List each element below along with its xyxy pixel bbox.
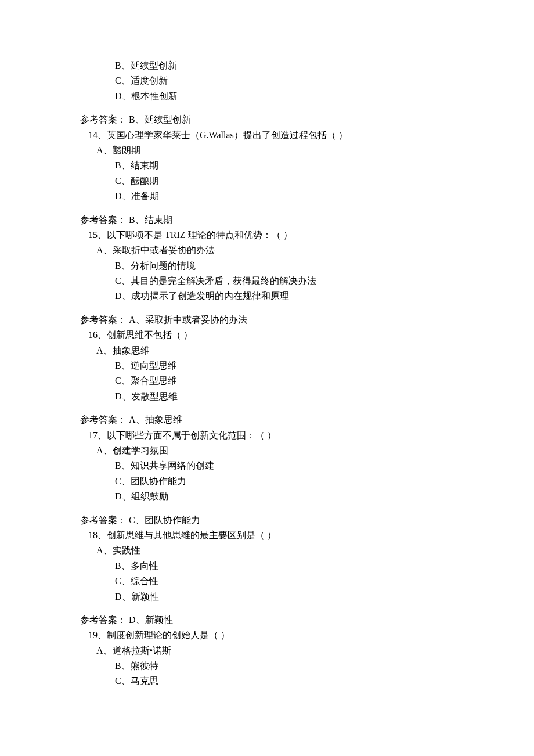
doc-line: 15、以下哪项不是 TRIZ 理论的特点和优势：（ ） [80, 228, 488, 243]
doc-line [80, 604, 488, 613]
doc-line: C、马克思 [80, 674, 488, 689]
doc-line [80, 104, 488, 112]
doc-line: D、准备期 [80, 189, 488, 204]
doc-line: 参考答案： B、结束期 [80, 213, 488, 228]
doc-line: 参考答案： C、团队协作能力 [80, 513, 488, 528]
doc-line: A、抽象思维 [80, 343, 488, 358]
doc-line: D、组织鼓励 [80, 489, 488, 504]
doc-line: C、酝酿期 [80, 174, 488, 189]
doc-line: C、聚合型思维 [80, 373, 488, 388]
doc-line: 17、以下哪些方面不属于创新文化范围：（ ） [80, 428, 488, 443]
doc-line: 18、创新思维与其他思维的最主要区别是（ ） [80, 528, 488, 543]
doc-line [80, 505, 488, 513]
doc-line: B、逆向型思维 [80, 358, 488, 373]
doc-line: 19、制度创新理论的创始人是（ ） [80, 628, 488, 643]
doc-line: D、成功揭示了创造发明的内在规律和原理 [80, 289, 488, 304]
doc-line: A、实践性 [80, 543, 488, 558]
doc-line: 参考答案： B、延续型创新 [80, 112, 488, 127]
doc-line: 参考答案： A、采取折中或者妥协的办法 [80, 312, 488, 327]
doc-line: C、综合性 [80, 574, 488, 589]
doc-line: D、新颖性 [80, 589, 488, 604]
doc-line: A、创建学习氛围 [80, 443, 488, 458]
doc-line: B、分析问题的情境 [80, 258, 488, 273]
doc-line: C、其目的是完全解决矛盾，获得最终的解决办法 [80, 273, 488, 289]
doc-line [80, 404, 488, 412]
doc-line: A、豁朗期 [80, 143, 488, 158]
doc-line: 参考答案： A、抽象思维 [80, 412, 488, 427]
doc-line: D、发散型思维 [80, 389, 488, 404]
doc-line: C、团队协作能力 [80, 474, 488, 489]
doc-line: 参考答案： D、新颖性 [80, 613, 488, 628]
doc-line: B、结束期 [80, 158, 488, 173]
doc-line [80, 204, 488, 213]
doc-line: C、适度创新 [80, 73, 488, 88]
doc-line: 14、英国心理学家华莱士（G.Wallas）提出了创造过程包括（ ） [80, 128, 488, 143]
doc-line: A、道格拉斯•诺斯 [80, 643, 488, 658]
doc-line [80, 304, 488, 312]
doc-line: A、采取折中或者妥协的办法 [80, 243, 488, 258]
doc-line: B、多向性 [80, 559, 488, 574]
doc-line: 16、创新思维不包括（ ） [80, 327, 488, 343]
doc-line: B、延续型创新 [80, 58, 488, 73]
doc-line: D、根本性创新 [80, 89, 488, 104]
doc-line: B、熊彼特 [80, 658, 488, 674]
doc-line: B、知识共享网络的创建 [80, 458, 488, 473]
